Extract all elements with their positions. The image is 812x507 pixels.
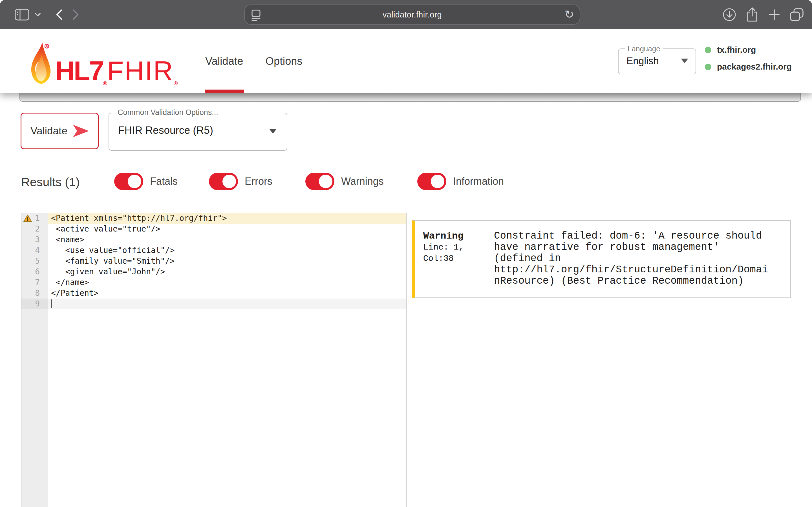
toggle-information[interactable] [417,173,446,190]
tab-options[interactable]: Options [266,55,303,67]
resource-input-bottom-edge[interactable] [19,93,801,102]
validate-arrow-icon [73,125,89,137]
toggle-fatals[interactable] [114,173,143,190]
page: validator.fhir.org ↻ [0,0,812,507]
caret-down-icon [681,59,688,63]
hl7-fhir-logo: R HL7®FHIR® [30,42,178,84]
server-label: packages2.fhir.org [717,62,792,71]
share-icon[interactable] [746,7,759,22]
line-number: 5 [21,256,48,267]
code-text: <active value="true"/> [48,224,406,234]
svg-text:R: R [46,45,48,48]
code-line-6[interactable]: 6 <given value="John"/> [21,267,406,277]
code-line-2[interactable]: 2 <active value="true"/> [21,224,406,234]
toggle-knob [128,175,141,188]
status-dot-icon [705,47,711,53]
warning-triangle-icon [23,214,32,223]
main-nav: ValidateOptions [205,29,302,93]
logo-fhir-text: FHIR [107,57,174,84]
site-header: R HL7®FHIR® ValidateOptions Language Eng… [0,29,812,93]
browser-toolbar: validator.fhir.org ↻ [0,0,812,29]
validate-button-label: Validate [31,125,67,137]
line-number: 6 [21,267,48,277]
validation-options-legend: Common Validation Options... [115,108,221,117]
toggle-knob [431,175,444,188]
validation-options-select[interactable]: Common Validation Options... FHIR Resour… [109,113,287,151]
validate-button[interactable]: Validate [20,113,99,149]
editor-lines: 1<Patient xmlns="http://hl7.org/fhir">2 … [21,213,406,309]
download-icon[interactable] [722,8,737,22]
chevron-down-icon[interactable] [35,13,41,17]
line-number: 9 [21,298,48,309]
line-number: 7 [21,277,48,288]
language-value: English [626,55,659,66]
back-icon[interactable] [55,9,63,20]
line-number: 2 [21,224,48,234]
toggle-label: Warnings [341,175,384,187]
reload-icon[interactable]: ↻ [564,8,574,21]
url-text: validator.fhir.org [383,10,442,19]
code-text: <use value="official"/> [48,245,406,256]
code-text: </name> [48,277,406,288]
flame-icon: R [30,42,52,84]
code-line-3[interactable]: 3 <name> [21,234,406,245]
line-number: 4 [21,245,48,256]
forward-icon[interactable] [72,9,80,20]
code-text: </Patient> [48,288,406,298]
language-select[interactable]: Language English [618,48,696,74]
validation-warning-card: Warning Line: 1, Col:38 Constraint faile… [412,220,791,298]
reader-icon[interactable] [251,9,261,21]
toggle-group-warnings: Warnings [305,169,384,190]
logo-registered-mark: ® [174,80,178,86]
toggle-errors[interactable] [209,173,238,190]
logo-hl7-text: HL7 [55,57,103,84]
toggle-warnings[interactable] [305,173,335,190]
new-tab-icon[interactable] [768,8,780,21]
warning-severity-label: Warning [423,230,494,242]
code-text: <name> [48,234,406,245]
caret-down-icon [269,129,276,133]
active-tab-underline [205,90,244,93]
resource-select-value: FHIR Resource (R5) [118,124,213,136]
server-status-row: packages2.fhir.org [705,62,792,71]
line-number: 3 [21,234,48,245]
code-text [48,298,406,309]
toggle-label: Errors [245,175,272,187]
code-text: <given value="John"/> [48,267,406,277]
line-number: 8 [21,288,48,298]
code-text: <family value="Smith"/> [48,256,406,267]
tab-overview-icon[interactable] [790,8,804,22]
toggle-group-errors: Errors [209,169,272,190]
code-line-8[interactable]: 8</Patient> [21,288,406,298]
code-line-5[interactable]: 5 <family value="Smith"/> [21,256,406,267]
server-status-list: tx.fhir.orgpackages2.fhir.org [705,45,792,71]
code-line-9[interactable]: 9 [21,298,406,309]
logo-registered-mark: ® [103,80,107,86]
tab-validate[interactable]: Validate [205,55,243,67]
toggle-knob [222,175,236,188]
server-status-row: tx.fhir.org [705,45,792,55]
warning-col-location: Col:38 [423,253,494,264]
code-line-4[interactable]: 4 <use value="official"/> [21,245,406,256]
toggle-label: Fatals [150,175,177,187]
address-bar[interactable]: validator.fhir.org ↻ [244,4,580,25]
sidebar-icon[interactable] [15,9,29,20]
warning-message: Constraint failed: dom-6: 'A resource sh… [494,230,770,297]
text-cursor [51,299,52,308]
status-dot-icon [705,64,711,70]
toggle-group-fatals: Fatals [114,169,177,190]
toggle-knob [319,175,333,188]
code-line-7[interactable]: 7 </name> [21,277,406,288]
line-number: 1 [21,213,48,224]
toggle-group-information: Information [417,169,504,190]
code-editor[interactable]: 1<Patient xmlns="http://hl7.org/fhir">2 … [21,213,407,507]
language-legend: Language [625,45,663,53]
toggle-label: Information [453,175,504,187]
warning-line-location: Line: 1, [423,242,494,253]
results-title: Results (1) [21,175,80,189]
code-line-1[interactable]: 1<Patient xmlns="http://hl7.org/fhir"> [21,213,406,224]
results-row: Results (1) FatalsErrorsWarningsInformat… [0,169,812,197]
warning-meta: Warning Line: 1, Col:38 [423,230,494,297]
code-text: <Patient xmlns="http://hl7.org/fhir"> [48,213,406,224]
server-label: tx.fhir.org [717,45,756,55]
